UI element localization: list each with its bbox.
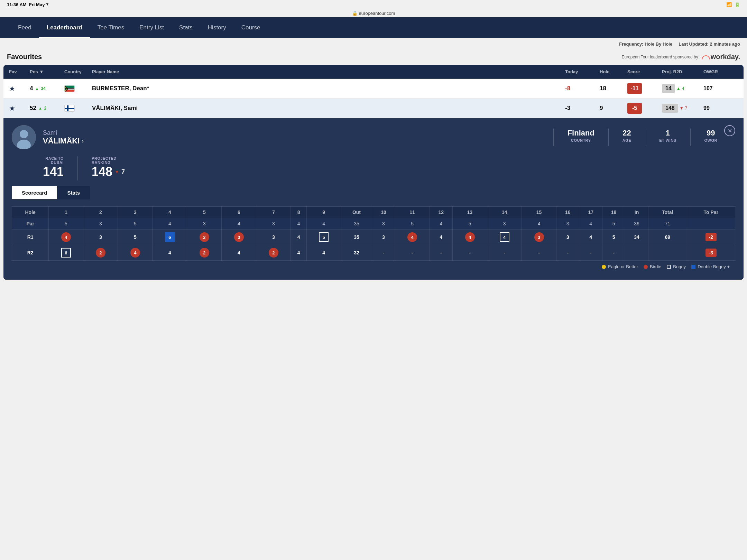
sc-col-12: 12 (430, 207, 452, 218)
r1-total: 69 (648, 230, 687, 245)
r1-h18: 5 (602, 230, 625, 245)
nav-history[interactable]: History (200, 17, 234, 38)
sc-col-2: 2 (83, 207, 118, 218)
leaderboard-container: Fav Pos ▼ Country Player Name Today Hole… (3, 65, 744, 280)
tab-scorecard[interactable]: Scorecard (12, 186, 57, 199)
legend-bogey-label: Bogey (673, 264, 686, 269)
par-label: Par (12, 218, 49, 230)
col-proj: Proj. R2D (662, 69, 703, 74)
sc-col-10: 10 (372, 207, 395, 218)
battery-icon: 🔋 (735, 2, 740, 7)
r1-h7: 3 (256, 230, 291, 245)
wifi-icon: 📶 (726, 2, 732, 7)
pos-change-1: 34 (41, 86, 45, 91)
player-name-2[interactable]: VÄLIMÄKI, Sami (92, 105, 565, 112)
nav-stats[interactable]: Stats (172, 17, 200, 38)
owgr-1: 107 (703, 85, 738, 92)
favourites-header: Favourites European Tour leaderboard spo… (0, 50, 747, 65)
par-topar (687, 218, 735, 230)
nav-course[interactable]: Course (234, 17, 268, 38)
scorecard-tabs: Scorecard Stats (12, 186, 735, 199)
stat-et-wins-value: 1 (659, 129, 676, 138)
player-link-arrow-icon[interactable]: › (82, 137, 84, 144)
player-name-1[interactable]: BURMESTER, Dean* (92, 85, 565, 92)
par-row: Par 5 3 5 4 3 4 3 4 4 35 3 5 4 5 (12, 218, 735, 230)
pos-cell-1: 4 ▲ 34 (30, 85, 64, 92)
par-9: 4 (306, 218, 341, 230)
proj-arrow-up-icon: ▲ (676, 86, 681, 91)
par-14: 3 (487, 218, 522, 230)
r1-out: 35 (341, 230, 372, 245)
pos-arrow-up-icon-2: ▲ (38, 106, 42, 110)
stat-owgr-label: OWGR (704, 138, 717, 142)
col-player: Player Name (92, 69, 565, 74)
par-17: 4 (579, 218, 602, 230)
r1-h10: 3 (372, 230, 395, 245)
legend-eagle: Eagle or Better (602, 264, 638, 269)
r2-h1: 6 (49, 245, 83, 261)
nav-entry-list[interactable]: Entry List (132, 17, 172, 38)
proj-change-2: 7 (685, 106, 688, 111)
sc-col-9: 9 (306, 207, 341, 218)
proj-cell-2: 148 ▼ 7 (662, 104, 703, 113)
player-stats: Finland COUNTRY 22 AGE 1 ET WINS (384, 129, 717, 146)
par-10: 3 (372, 218, 395, 230)
sc-col-3: 3 (118, 207, 153, 218)
r2-h6: 4 (222, 245, 256, 261)
col-score: Score (627, 69, 662, 74)
meta-bar: Frequency: Hole By Hole Last Updated: 2 … (0, 38, 747, 50)
proj-ranking-value: 148 ▼ 7 (92, 165, 125, 179)
proj-ranking-change: 7 (121, 168, 125, 176)
nav-leaderboard[interactable]: Leaderboard (39, 17, 90, 38)
scorecard-table: Hole 1 2 3 4 5 6 7 8 9 Out 10 11 12 (12, 206, 735, 261)
score-badge-2: -5 (627, 103, 642, 114)
stat-country-value: Finland (568, 129, 594, 138)
nav-feed[interactable]: Feed (10, 17, 39, 38)
r2-out: 32 (341, 245, 372, 261)
proj-ranking-label: PROJECTEDRANKING (92, 156, 125, 165)
race-label: RACE TODUBAI (43, 156, 64, 165)
sponsor-text: European Tour leaderboard sponsored by (622, 55, 698, 59)
proj-box-2: 148 (662, 104, 678, 113)
leaderboard-header: Fav Pos ▼ Country Player Name Today Hole… (3, 65, 744, 79)
stat-et-wins: 1 ET WINS (659, 129, 676, 142)
r2-topar: -3 (687, 245, 735, 261)
flag-fi (64, 105, 75, 112)
par-out: 35 (341, 218, 372, 230)
legend-double-bogey: Double Bogey + (691, 264, 730, 269)
par-3: 5 (118, 218, 153, 230)
r1-h12: 4 (430, 230, 452, 245)
r2-h17: - (579, 245, 602, 261)
stat-owgr-value: 99 (704, 129, 717, 138)
col-hole: Hole (600, 69, 627, 74)
hole-1: 18 (600, 85, 627, 92)
nav-tee-times[interactable]: Tee Times (90, 17, 132, 38)
r1-topar: -2 (687, 230, 735, 245)
r2-h12: - (430, 245, 452, 261)
sc-col-17: 17 (579, 207, 602, 218)
r1-h9: 5 (306, 230, 341, 245)
r1-h5: 2 (187, 230, 222, 245)
player-avatar (12, 125, 36, 149)
sponsor-area: European Tour leaderboard sponsored by w… (622, 53, 740, 61)
sc-col-16: 16 (556, 207, 579, 218)
par-12: 4 (430, 218, 452, 230)
r1-in: 34 (625, 230, 648, 245)
favourite-star-1[interactable]: ★ (9, 84, 30, 93)
stat-divider-4 (690, 129, 691, 146)
r1-h1: 4 (49, 230, 83, 245)
close-button[interactable]: ✕ (724, 125, 735, 136)
proj-arrow-down-icon: ▼ (680, 106, 684, 111)
legend-birdie: Birdie (644, 264, 661, 269)
tab-stats[interactable]: Stats (57, 186, 90, 199)
proj-cell-1: 14 ▲ 4 (662, 84, 703, 93)
r1-row: R1 4 3 5 6 2 3 3 4 5 35 3 4 4 4 (12, 230, 735, 245)
legend-eagle-label: Eagle or Better (608, 264, 638, 269)
lock-icon: 🔒 (352, 11, 358, 16)
r1-h4: 6 (153, 230, 187, 245)
svg-rect-6 (65, 88, 74, 90)
favourite-star-2[interactable]: ★ (9, 104, 30, 112)
player-info-name: Sami VÄLIMÄKI › (43, 129, 377, 146)
url-bar: 🔒 europeantour.com (0, 9, 747, 17)
r2-h10: - (372, 245, 395, 261)
